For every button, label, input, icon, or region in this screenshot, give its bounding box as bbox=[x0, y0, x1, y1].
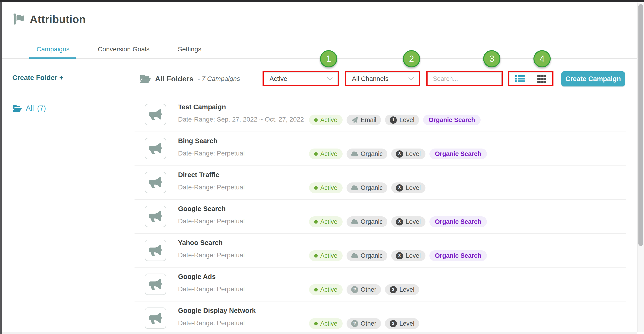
badge-separator bbox=[302, 150, 302, 158]
level-badge: 3 Level bbox=[391, 216, 426, 227]
level-number: 1 bbox=[390, 116, 397, 124]
campaign-row[interactable]: Test Campaign Date-Range: Sep. 27, 2022 … bbox=[134, 98, 626, 132]
search-input[interactable] bbox=[433, 75, 515, 83]
campaign-row[interactable]: Direct Traffic Date-Range: Perpetual Act… bbox=[134, 166, 626, 199]
campaign-row[interactable]: Yahoo Search Date-Range: Perpetual Activ… bbox=[134, 233, 626, 267]
vertical-scrollbar-thumb[interactable] bbox=[638, 4, 643, 246]
campaign-icon-box bbox=[145, 206, 166, 227]
status-badge: Active bbox=[309, 318, 342, 329]
vertical-scrollbar[interactable] bbox=[637, 2, 644, 332]
badge-separator bbox=[302, 319, 302, 328]
tab-divider-line bbox=[2, 58, 637, 59]
folder-open-icon bbox=[12, 104, 22, 112]
megaphone-icon bbox=[149, 211, 162, 222]
campaign-icon-box bbox=[145, 308, 166, 329]
campaign-icon-box bbox=[145, 274, 166, 295]
cloud-icon bbox=[351, 253, 358, 259]
campaign-row[interactable]: Google Display Network Date-Range: Perpe… bbox=[134, 301, 626, 334]
folder-open-icon bbox=[140, 74, 151, 83]
campaign-date-range: Date-Range: Perpetual bbox=[178, 150, 244, 157]
campaign-date-range: Date-Range: Perpetual bbox=[178, 251, 244, 259]
status-dot-icon bbox=[314, 322, 318, 326]
campaign-badges: Active ? Organic 3 Level Organic Search bbox=[302, 216, 487, 227]
grid-view-icon bbox=[538, 75, 546, 83]
status-filter-value: Active bbox=[270, 75, 287, 83]
level-badge: 3 Level bbox=[385, 318, 419, 329]
status-badge: Active bbox=[309, 115, 342, 125]
channel-filter-value: All Channels bbox=[352, 75, 388, 83]
campaign-date-range: Date-Range: Perpetual bbox=[178, 319, 244, 327]
organic-search-tag: Organic Search bbox=[430, 149, 487, 159]
level-badge: 3 Level bbox=[391, 250, 426, 261]
create-folder-button[interactable]: Create Folder + bbox=[12, 74, 63, 82]
status-filter-dropdown[interactable]: Active bbox=[264, 72, 338, 85]
folder-scope: All Folders - 7 Campaigns bbox=[140, 73, 240, 84]
campaign-name: Bing Search bbox=[178, 137, 218, 145]
status-badge: Active bbox=[309, 284, 342, 295]
window-top-bar bbox=[0, 0, 644, 2]
level-number: 3 bbox=[390, 286, 397, 293]
campaign-name: Google Ads bbox=[178, 273, 216, 281]
channel-filter-dropdown[interactable]: All Channels bbox=[346, 72, 419, 85]
question-icon: ? bbox=[351, 286, 358, 293]
grid-view-button[interactable] bbox=[531, 73, 552, 85]
channel-badge: ? Other bbox=[346, 318, 381, 329]
campaign-icon-box bbox=[145, 240, 166, 261]
level-number: 3 bbox=[396, 218, 403, 225]
campaign-icon-box bbox=[145, 172, 166, 193]
badge-separator bbox=[302, 217, 302, 226]
campaign-badges: Active ? Organic 3 Level bbox=[302, 182, 426, 193]
campaign-name: Google Search bbox=[178, 205, 226, 213]
cloud-icon bbox=[351, 219, 358, 225]
annotation-number-2: 2 bbox=[403, 50, 420, 67]
tab-campaigns[interactable]: Campaigns bbox=[36, 45, 70, 53]
channel-badge: ? Other bbox=[346, 284, 381, 295]
campaign-icon-box bbox=[145, 138, 166, 159]
list-view-button[interactable] bbox=[510, 73, 531, 85]
tab-settings[interactable]: Settings bbox=[178, 45, 201, 53]
status-badge: Active bbox=[309, 149, 342, 159]
create-campaign-button[interactable]: Create Campaign bbox=[562, 71, 625, 86]
megaphone-icon bbox=[149, 313, 162, 324]
status-dot-icon bbox=[314, 118, 318, 122]
campaign-name: Yahoo Search bbox=[178, 239, 223, 247]
sidebar-item-all-folder[interactable]: All (7) bbox=[12, 104, 46, 113]
channel-badge: ? Email bbox=[346, 115, 381, 125]
channel-badge: ? Organic bbox=[346, 250, 388, 261]
chevron-down-icon bbox=[408, 77, 414, 81]
channel-badge: ? Organic bbox=[346, 149, 388, 159]
cloud-icon bbox=[351, 185, 358, 191]
organic-search-tag: Organic Search bbox=[430, 216, 487, 227]
campaign-badges: Active ? Organic 3 Level Organic Search bbox=[302, 149, 487, 159]
campaign-name: Test Campaign bbox=[178, 103, 226, 111]
megaphone-icon bbox=[149, 279, 162, 290]
status-badge: Active bbox=[309, 216, 342, 227]
tab-conversion-goals[interactable]: Conversion Goals bbox=[98, 45, 150, 53]
paper-plane-icon bbox=[351, 117, 358, 123]
megaphone-icon bbox=[149, 245, 162, 256]
question-icon: ? bbox=[351, 320, 358, 327]
chevron-down-icon bbox=[327, 77, 333, 81]
status-dot-icon bbox=[314, 186, 318, 190]
status-badge: Active bbox=[309, 250, 342, 261]
folder-label: All bbox=[26, 104, 34, 113]
level-badge: 1 Level bbox=[385, 115, 419, 125]
organic-search-tag: Organic Search bbox=[430, 250, 487, 261]
megaphone-icon bbox=[149, 143, 162, 154]
campaign-date-range: Date-Range: Perpetual bbox=[178, 218, 244, 225]
campaign-name: Google Display Network bbox=[178, 307, 256, 315]
campaign-icon-box bbox=[145, 104, 166, 125]
view-toggle bbox=[509, 72, 552, 85]
status-dot-icon bbox=[314, 220, 318, 224]
campaign-row[interactable]: Bing Search Date-Range: Perpetual Active… bbox=[134, 132, 626, 166]
cloud-icon bbox=[351, 151, 358, 157]
horizontal-scrollbar[interactable] bbox=[2, 332, 637, 334]
list-view-icon bbox=[515, 75, 524, 83]
status-dot-icon bbox=[314, 288, 318, 292]
page-title: Attribution bbox=[30, 13, 86, 25]
megaphone-icon bbox=[149, 109, 162, 120]
campaign-row[interactable]: Google Ads Date-Range: Perpetual Active … bbox=[134, 267, 626, 301]
campaign-row[interactable]: Google Search Date-Range: Perpetual Acti… bbox=[134, 199, 626, 233]
scope-campaign-count: - 7 Campaigns bbox=[198, 75, 240, 83]
status-dot-icon bbox=[314, 254, 318, 258]
